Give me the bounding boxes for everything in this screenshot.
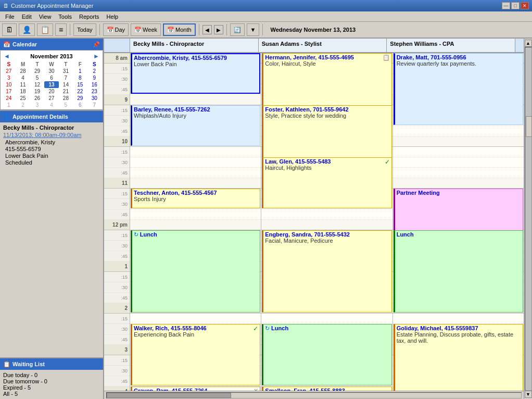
h-scrollbar-track[interactable] [106, 392, 522, 398]
schedule-slot[interactable] [130, 168, 261, 178]
schedule-slot[interactable] [393, 157, 524, 168]
popup-close-button[interactable]: ✕ [254, 388, 258, 391]
provider-susan[interactable]: 📋Hermann, Jennifer, 415-555-4695Color, H… [261, 53, 392, 391]
provider-becky[interactable]: Abercrombie, Kristy, 415-555-6579Lower B… [130, 53, 261, 391]
cal-day[interactable]: 23 [87, 88, 102, 95]
appointment[interactable]: Drake, Matt, 701-555-0956Review quarterl… [394, 53, 523, 125]
provider-stephen[interactable]: Drake, Matt, 701-555-0956Review quarterl… [393, 53, 524, 391]
cal-day[interactable]: 14 [59, 81, 73, 88]
schedule-slot[interactable] [393, 136, 524, 147]
cal-day[interactable]: 3 [30, 102, 44, 108]
appt-datetime[interactable]: 11/13/2013: 08:00am-09:00am [3, 132, 100, 138]
schedule-slot[interactable] [393, 168, 524, 178]
cal-day[interactable]: 4 [44, 102, 58, 108]
schedule-slot[interactable] [130, 157, 261, 168]
appointment[interactable]: Lunch [394, 230, 523, 313]
appointment[interactable]: Teschner, Anton, 415-555-4567Sports Inju… [131, 189, 260, 208]
appointment[interactable]: Engberg, Sandra, 701-555-5432Facial, Man… [262, 230, 391, 313]
menu-help[interactable]: Help [104, 13, 122, 20]
menu-edit[interactable]: Edit [19, 13, 35, 20]
cal-day[interactable]: 2 [87, 68, 102, 74]
cal-day[interactable]: 22 [73, 88, 87, 95]
cal-day[interactable]: 3 [2, 74, 16, 81]
appointment[interactable]: Goliday, Michael, 415-5559837Estate Plan… [394, 324, 523, 391]
scroll-down-button[interactable]: ▼ [525, 391, 532, 398]
schedule-slot[interactable] [393, 314, 524, 324]
appointment[interactable]: Smallson, Fran, 415-555-8883Haircut [262, 386, 391, 391]
today-button[interactable]: Today [73, 23, 96, 36]
day-button[interactable]: 📅 Day [103, 23, 129, 36]
cal-day[interactable]: 8 [73, 74, 87, 81]
cal-day[interactable]: 19 [30, 88, 44, 95]
schedule-slot[interactable] [130, 220, 261, 230]
month-button[interactable]: 📅 Month [163, 23, 196, 36]
cal-day[interactable]: 29 [73, 95, 87, 102]
cal-day[interactable]: 16 [87, 81, 102, 88]
menu-view[interactable]: View [36, 13, 55, 20]
menu-file[interactable]: File [2, 13, 18, 20]
schedule-slot[interactable] [261, 209, 392, 220]
toolbar-icon-2[interactable]: 👤 [19, 23, 35, 36]
cal-day[interactable]: 28 [59, 95, 73, 102]
cal-day[interactable]: 30 [44, 68, 58, 74]
schedule-slot[interactable] [261, 220, 392, 230]
schedule-slot[interactable] [393, 126, 524, 136]
toolbar-icon-3[interactable]: 📋 [37, 23, 53, 36]
schedule-slot[interactable] [130, 95, 261, 105]
next-button[interactable]: ▶ [214, 25, 223, 34]
scroll-up-button[interactable]: ▲ [525, 40, 532, 47]
schedule-slot[interactable] [393, 178, 524, 189]
cal-day[interactable]: 15 [73, 81, 87, 88]
schedule-slot[interactable] [393, 147, 524, 157]
week-button[interactable]: 📅 Week [131, 23, 161, 36]
cal-day[interactable]: 10 [2, 81, 16, 88]
cal-day[interactable]: 25 [16, 95, 30, 102]
refresh-button[interactable]: 🔄 [230, 23, 245, 36]
prev-button[interactable]: ◀ [202, 25, 212, 34]
cal-day[interactable]: 31 [59, 68, 73, 74]
next-month-button[interactable]: ► [93, 53, 99, 60]
appointment[interactable]: ↻ Lunch [131, 230, 260, 313]
cal-day[interactable]: 18 [16, 88, 30, 95]
toolbar-icon-4[interactable]: ≡ [55, 23, 67, 36]
cal-day[interactable]: 27 [44, 95, 58, 102]
cal-day[interactable]: 26 [30, 95, 44, 102]
scroll-track[interactable] [525, 47, 532, 391]
cal-day[interactable]: 28 [16, 68, 30, 74]
appointment[interactable]: ↻ Lunch [262, 324, 391, 385]
calendar-expand-button[interactable]: 📌 [93, 41, 100, 48]
schedule-slot[interactable] [130, 209, 261, 220]
cal-day[interactable]: 27 [2, 68, 16, 74]
schedule-slot[interactable] [261, 314, 392, 324]
h-scrollbar-thumb[interactable] [107, 393, 231, 398]
cal-day[interactable]: 9 [87, 74, 102, 81]
schedule-slot[interactable] [130, 314, 261, 324]
cal-day[interactable]: 21 [59, 88, 73, 95]
bottom-scrollbar[interactable] [104, 391, 524, 399]
close-button[interactable]: ✕ [521, 2, 529, 9]
cal-day[interactable]: 30 [87, 95, 102, 102]
cal-day[interactable]: 24 [2, 95, 16, 102]
cal-day[interactable]: 17 [2, 88, 16, 95]
schedule-slot[interactable] [130, 147, 261, 157]
cal-day[interactable]: 20 [44, 88, 58, 95]
cal-day[interactable]: 29 [30, 68, 44, 74]
filter-button[interactable]: ▼ [247, 23, 260, 36]
cal-day[interactable]: 6 [44, 74, 58, 81]
cal-day[interactable]: 12 [30, 81, 44, 88]
appointment[interactable]: Barley, Renee, 415-555-7262Whiplash/Auto… [131, 105, 260, 146]
cal-day-today[interactable]: 13 [44, 81, 58, 88]
appointment-popup[interactable]: ✕Craven, Pam, 415-555-7264Joint Pain [131, 386, 260, 391]
cal-day[interactable]: 5 [59, 102, 73, 108]
schedule-slot[interactable] [130, 178, 261, 189]
cal-day[interactable]: 2 [16, 102, 30, 108]
cal-day[interactable]: 1 [2, 102, 16, 108]
appointment[interactable]: ✓Law, Glen, 415-555-5483Haircut, Highlig… [262, 157, 391, 208]
cal-day[interactable]: 4 [16, 74, 30, 81]
cal-day[interactable]: 7 [59, 74, 73, 81]
scroll-thumb[interactable] [526, 116, 532, 137]
schedule-grid[interactable]: 8 am:15:30:459:15:30:4510:15:30:4511:15:… [104, 53, 524, 391]
minimize-button[interactable]: — [502, 2, 510, 9]
menu-reports[interactable]: Reports [76, 13, 103, 20]
cal-day[interactable]: 6 [73, 102, 87, 108]
